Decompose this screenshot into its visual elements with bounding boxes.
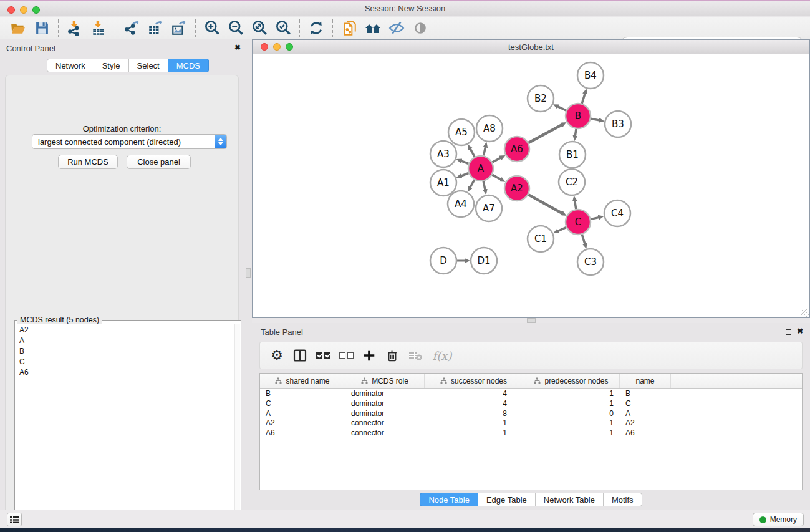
edge-C-C4[interactable] [591, 217, 601, 220]
edge-A-A7[interactable] [483, 181, 485, 192]
node-C2[interactable]: C2 [559, 169, 585, 195]
edge-C-C1[interactable] [556, 228, 566, 232]
resize-grip-icon[interactable] [801, 309, 809, 317]
node-B2[interactable]: B2 [528, 85, 554, 112]
result-item[interactable]: A6 [16, 367, 234, 377]
cell-shared-name[interactable]: A6 [260, 428, 345, 438]
cell-mcds-role[interactable]: connector [345, 418, 425, 428]
edge-A-A5[interactable] [470, 147, 475, 157]
float-panel-icon[interactable] [224, 46, 229, 51]
export-table-icon[interactable] [146, 19, 165, 37]
edge-A-A4[interactable] [469, 180, 475, 189]
node-B[interactable]: B [566, 104, 591, 128]
table-row[interactable]: A6connector11A6 [260, 428, 802, 438]
table-row[interactable]: Adominator80A [260, 409, 802, 418]
node-C3[interactable]: C3 [577, 249, 604, 275]
node-A1[interactable]: A1 [430, 170, 456, 196]
edge-A-A6[interactable] [493, 157, 503, 162]
run-mcds-button[interactable]: Run MCDS [58, 155, 118, 169]
node-B3[interactable]: B3 [605, 111, 631, 137]
cell-mcds-role[interactable]: dominator [345, 389, 425, 399]
cell-shared-name[interactable]: B [260, 389, 345, 399]
result-scrollbar[interactable] [234, 324, 240, 531]
column-header-predecessor-nodes[interactable]: predecessor nodes [523, 374, 620, 388]
cell-successor-nodes[interactable]: 4 [425, 389, 523, 399]
tab-node-table[interactable]: Node Table [420, 493, 478, 506]
cell-predecessor-nodes[interactable]: 0 [523, 409, 620, 418]
edge-A2-C[interactable] [528, 195, 564, 214]
zoom-in-icon[interactable] [203, 19, 221, 37]
cell-name[interactable]: C [620, 399, 671, 409]
column-header-successor-nodes[interactable]: successor nodes [425, 374, 523, 388]
edge-B-B1[interactable] [575, 129, 576, 138]
tab-edge-table[interactable]: Edge Table [478, 493, 536, 506]
node-A2[interactable]: A2 [504, 176, 529, 201]
tab-mcds[interactable]: MCDS [168, 59, 209, 72]
node-B4[interactable]: B4 [577, 62, 604, 89]
edge-C-C3[interactable] [582, 235, 586, 246]
deselect-all-icon[interactable] [335, 345, 357, 366]
tab-select[interactable]: Select [129, 59, 168, 72]
node-A4[interactable]: A4 [448, 191, 474, 217]
result-item[interactable]: C [16, 356, 234, 367]
divider-grip-icon[interactable] [527, 318, 536, 323]
import-table-icon[interactable] [89, 19, 108, 37]
edge-A-A3[interactable] [459, 160, 468, 164]
column-header-name[interactable]: name [620, 374, 671, 388]
tab-style[interactable]: Style [94, 59, 129, 72]
edge-A-A1[interactable] [459, 173, 468, 177]
select-all-icon[interactable] [312, 345, 334, 366]
cell-shared-name[interactable]: A [260, 409, 345, 418]
cell-predecessor-nodes[interactable]: 1 [523, 428, 620, 438]
zoom-selected-icon[interactable] [274, 19, 292, 37]
tab-motifs[interactable]: Motifs [604, 493, 642, 506]
node-B1[interactable]: B1 [559, 142, 586, 168]
tab-network-table[interactable]: Network Table [536, 493, 604, 506]
cell-mcds-role[interactable]: connector [345, 428, 425, 438]
edge-A-A8[interactable] [484, 145, 486, 155]
close-panel-button[interactable]: Close panel [127, 155, 191, 169]
export-image-icon[interactable] [170, 19, 188, 37]
home-icon[interactable] [364, 19, 382, 37]
node-C1[interactable]: C1 [528, 226, 554, 252]
divider-grip-icon[interactable] [246, 268, 251, 278]
hide-graphics-icon[interactable] [387, 19, 406, 37]
node-A[interactable]: A [468, 156, 493, 181]
column-header-shared-name[interactable]: shared name [260, 374, 345, 388]
cell-name[interactable]: A6 [620, 428, 671, 438]
result-item[interactable]: B [16, 346, 234, 356]
edge-B-B3[interactable] [591, 118, 602, 120]
export-network-icon[interactable] [122, 19, 141, 37]
node-C[interactable]: C [566, 210, 591, 235]
refresh-icon[interactable] [307, 19, 325, 37]
cell-predecessor-nodes[interactable]: 1 [523, 389, 620, 399]
cell-name[interactable]: A2 [620, 418, 671, 428]
cell-successor-nodes[interactable]: 1 [425, 418, 523, 428]
network-canvas[interactable]: AA1A2A3A4A5A6A7A8BB1B2B3B4CC1C2C3C4DD1 [253, 55, 809, 317]
import-network-icon[interactable] [65, 19, 84, 37]
cell-name[interactable]: B [620, 389, 671, 399]
cell-successor-nodes[interactable]: 1 [425, 428, 523, 438]
cell-successor-nodes[interactable]: 8 [425, 409, 523, 418]
cell-successor-nodes[interactable]: 4 [425, 399, 523, 409]
new-network-icon[interactable] [340, 19, 359, 37]
edge-A6-B[interactable] [529, 123, 564, 143]
add-column-icon[interactable] [359, 345, 380, 366]
delete-column-icon[interactable] [382, 345, 403, 366]
column-visibility-icon[interactable] [289, 345, 311, 366]
save-icon[interactable] [32, 19, 51, 37]
zoom-fit-icon[interactable] [250, 19, 269, 37]
table-row[interactable]: Bdominator41B [260, 389, 802, 399]
node-A5[interactable]: A5 [448, 119, 475, 145]
edge-A-A2[interactable] [492, 175, 503, 180]
float-panel-icon[interactable] [786, 329, 791, 335]
column-header-mcds-role[interactable]: MCDS role [345, 374, 425, 388]
node-A7[interactable]: A7 [476, 195, 502, 221]
node-D[interactable]: D [430, 248, 456, 274]
table-row[interactable]: A2connector11A2 [260, 418, 802, 428]
mcds-result-list[interactable]: A2ABCA6 [16, 324, 234, 531]
node-D1[interactable]: D1 [471, 248, 497, 274]
cell-mcds-role[interactable]: dominator [345, 409, 425, 418]
task-history-button[interactable] [7, 513, 22, 526]
node-A8[interactable]: A8 [476, 115, 503, 142]
